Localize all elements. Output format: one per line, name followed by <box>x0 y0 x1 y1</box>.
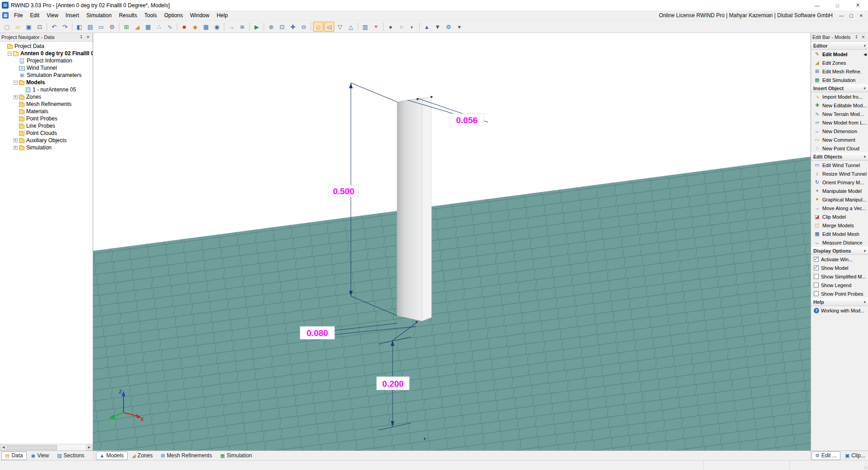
tables-toggle-button[interactable]: ▤ <box>85 22 95 32</box>
maximize-button[interactable]: □ <box>827 0 848 10</box>
tree-project-data[interactable]: Project Data <box>0 43 93 50</box>
tree-wind-tunnel[interactable]: Wind Tunnel <box>0 64 93 72</box>
tab-clipboard[interactable]: ▣ Clip... <box>841 451 868 460</box>
settings-button[interactable]: ⚙ <box>443 22 454 32</box>
view-x-button[interactable]: ◁ <box>324 22 334 32</box>
show-probes-toggle[interactable]: ◉ <box>212 22 222 32</box>
child-window-icon[interactable]: ▦ <box>2 12 9 19</box>
import-model-item[interactable]: Import Model fro... <box>811 92 868 101</box>
measure-button[interactable]: ⌖ <box>371 22 381 32</box>
checkbox[interactable] <box>814 265 819 270</box>
clip-model-item[interactable]: Clip Model <box>811 212 868 221</box>
tab-models[interactable]: ▲ Models <box>96 451 128 460</box>
wind-tunnel-button[interactable]: ▭ <box>96 22 106 32</box>
menu-results[interactable]: Results <box>115 10 141 20</box>
checkbox[interactable] <box>814 291 819 296</box>
separator[interactable] <box>175 22 179 32</box>
tree-expander[interactable] <box>14 139 18 143</box>
zoom-out-button[interactable]: ⊖ <box>299 22 309 32</box>
viewport-3d[interactable]: 0.500 0.056 0.080 0.200 <box>93 33 811 451</box>
save-project-button[interactable]: ▣ <box>24 22 34 32</box>
tree-expander[interactable] <box>14 81 18 85</box>
wind-profile-button[interactable]: ≋ <box>237 22 247 32</box>
simulation-parameters-button[interactable]: ⚙ <box>107 22 117 32</box>
orient-primary-model-item[interactable]: Orient Primary M... <box>811 178 868 187</box>
section-header-insert-object[interactable]: Insert Object ▾ <box>811 84 868 92</box>
new-point-cloud-item[interactable]: New Point Cloud <box>811 144 868 153</box>
tree-simulation-parameters[interactable]: Simulation Parameters <box>0 72 93 79</box>
tree-annten-project[interactable]: Annten 0 deg try 02 Finallll 0 Degree <box>0 50 93 57</box>
undo-button[interactable]: ↶ <box>49 22 59 32</box>
menu-options[interactable]: Options <box>161 10 186 20</box>
display-wireframe-button[interactable]: ○ <box>396 22 407 32</box>
new-model-from-lines-item[interactable]: New Model from L... <box>811 118 868 127</box>
new-dimension-item[interactable]: New Dimension <box>811 127 868 135</box>
separator[interactable] <box>382 22 385 32</box>
menu-simulation[interactable]: Simulation <box>83 10 115 20</box>
tree-mesh-refinements[interactable]: Mesh Refinements <box>0 101 93 108</box>
tree-model-1[interactable]: 1 - nurAntenne 05 <box>0 86 93 93</box>
new-terrain-model-item[interactable]: New Terrain Mod... <box>811 110 868 118</box>
checkbox[interactable] <box>814 274 819 279</box>
antenna-side-face[interactable] <box>422 97 432 321</box>
section-header-editor[interactable]: Editor ▾ <box>811 42 868 50</box>
vertex-point[interactable] <box>416 321 417 323</box>
tree-project-information[interactable]: Project Information <box>0 57 93 64</box>
redo-button[interactable]: ↷ <box>60 22 70 32</box>
tab-edit-bar[interactable]: ⚙ Edit ... <box>811 451 840 460</box>
graphical-manipulation-item[interactable]: Graphical Manipul... <box>811 195 868 204</box>
show-model-toggle[interactable]: ■ <box>179 22 190 32</box>
menu-tools[interactable]: Tools <box>141 10 161 20</box>
new-mesh-refinement-button[interactable]: ▦ <box>143 22 153 32</box>
move-along-vector-item[interactable]: Move Along a Vec... <box>811 204 868 212</box>
show-legend-option[interactable]: Show Legend <box>811 281 868 289</box>
resize-grip[interactable] <box>862 460 868 470</box>
view-z-button[interactable]: △ <box>346 22 356 32</box>
display-solid-button[interactable]: ● <box>385 22 396 32</box>
scroll-left-icon[interactable]: ◀ <box>0 445 7 451</box>
tree-simulation[interactable]: Simulation <box>0 144 93 151</box>
edit-simulation-item[interactable]: Edit Simulation ◀ <box>811 76 868 84</box>
dimension-width[interactable]: 0.080 <box>300 326 335 339</box>
checkbox[interactable] <box>814 283 819 288</box>
zoom-in-button[interactable]: ✚ <box>288 22 298 32</box>
activate-wind-option[interactable]: Activate Win... <box>811 255 868 264</box>
merge-models-item[interactable]: Merge Models <box>811 221 868 230</box>
tree-auxiliary-objects[interactable]: Auxiliary Objects <box>0 137 93 144</box>
filters-button[interactable]: ▼ <box>432 22 443 32</box>
vertex-point[interactable] <box>417 98 418 100</box>
separator[interactable] <box>309 22 313 32</box>
child-close-button[interactable]: ✕ <box>856 11 866 19</box>
new-editable-model-item[interactable]: New Editable Mod... <box>811 101 868 110</box>
view-y-button[interactable]: ▽ <box>335 22 345 32</box>
menu-help[interactable]: Help <box>213 10 232 20</box>
checkbox[interactable] <box>814 257 819 262</box>
separator[interactable] <box>356 22 360 32</box>
menu-view[interactable]: View <box>43 10 62 20</box>
open-project-button[interactable]: ▱ <box>13 22 23 32</box>
working-with-models-item[interactable]: Working with Mod... <box>811 306 868 315</box>
section-header-display-options[interactable]: Display Options ▾ <box>811 247 868 255</box>
new-line-probe-button[interactable]: ∿ <box>165 22 175 32</box>
separator[interactable] <box>71 22 74 32</box>
tree-zones[interactable]: Zones <box>0 93 93 101</box>
child-minimize-button[interactable]: — <box>836 11 846 19</box>
new-project-button[interactable]: ▢ <box>2 22 12 32</box>
tab-mesh-refinements[interactable]: ⊞ Mesh Refinements <box>157 451 215 460</box>
dimension-offset[interactable]: 0.200 <box>377 377 409 390</box>
background-color-button[interactable]: ◐ <box>407 22 417 32</box>
show-model-option[interactable]: Show Model <box>811 264 868 272</box>
vertex-point[interactable] <box>431 96 432 98</box>
tab-data[interactable]: ▤ Data <box>1 451 27 460</box>
tab-sections[interactable]: ▨ Sections <box>53 451 88 460</box>
tree-point-clouds[interactable]: Point Clouds <box>0 129 93 137</box>
separator[interactable] <box>418 22 421 32</box>
wind-direction-button[interactable]: → <box>226 22 237 32</box>
new-point-probe-button[interactable]: ∴ <box>154 22 164 32</box>
clipping-plane-button[interactable]: ▥ <box>360 22 370 32</box>
antenna-front-face[interactable] <box>397 99 422 321</box>
show-point-probes-option[interactable]: Show Point Probes <box>811 289 868 298</box>
measure-distance-item[interactable]: Measure Distance <box>811 238 868 247</box>
separator[interactable] <box>262 22 266 32</box>
zoom-window-button[interactable]: ⊡ <box>277 22 287 32</box>
